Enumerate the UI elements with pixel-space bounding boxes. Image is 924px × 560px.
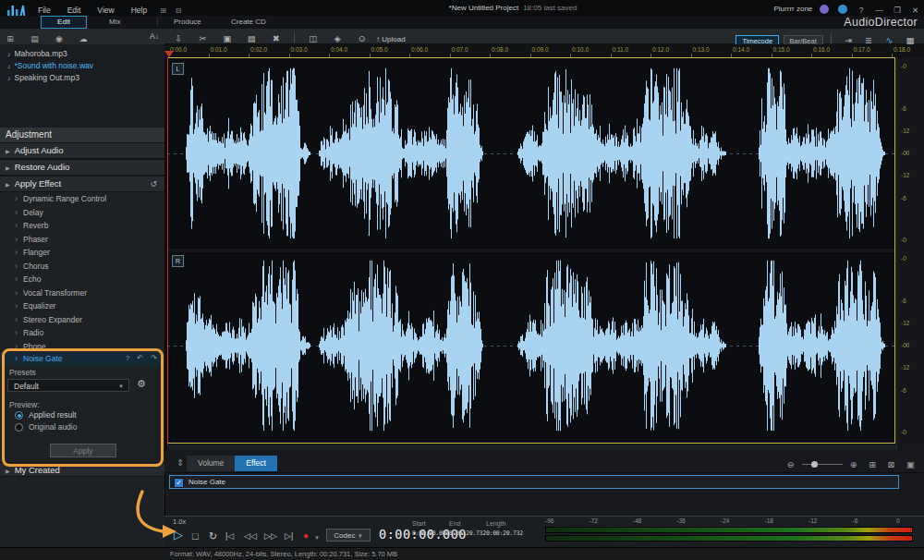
playhead-line[interactable]: [167, 57, 168, 450]
preview-label: Preview:: [9, 400, 40, 409]
radio-original-audio[interactable]: Original audio: [15, 422, 77, 432]
zoom-page-icon[interactable]: ▣: [906, 459, 915, 469]
section-restore-audio[interactable]: ▶Restore Audio: [0, 159, 164, 176]
divider: [294, 32, 295, 43]
codec-dropdown[interactable]: Codec ▼: [326, 529, 371, 542]
effect-item[interactable]: ›Radio: [0, 326, 164, 340]
radio-unselected-icon: [15, 423, 23, 432]
noise-gate-tools: ? ↶ ↷: [120, 352, 157, 365]
rewind-button[interactable]: ◁◁: [244, 529, 257, 543]
gear-icon[interactable]: ⚙: [137, 378, 146, 390]
ruler-tick-label: 0:18.0: [894, 46, 910, 53]
effect-item[interactable]: ›Phone: [0, 340, 164, 354]
tab-mix[interactable]: Mix: [109, 16, 120, 28]
effect-item[interactable]: ›Stereo Expander: [0, 313, 164, 327]
zoom-slider-knob[interactable]: [811, 461, 818, 468]
list-item[interactable]: ♪Speaking Out.mp3: [0, 72, 164, 84]
reset-icon[interactable]: ↺: [150, 177, 157, 191]
apply-button[interactable]: Apply: [50, 444, 116, 457]
avatar[interactable]: [820, 5, 829, 14]
list-item[interactable]: ♪Mahoroba.mp3: [0, 48, 164, 60]
screen-mode-icon[interactable]: ⊟: [171, 6, 187, 15]
checkbox-checked-icon[interactable]: ✓: [174, 478, 184, 488]
section-apply-effect[interactable]: ▶Apply Effect ↺: [0, 176, 164, 192]
db-scale: -0-6-12-00-12-6-0-0-6-12-00-12-6-0: [896, 57, 924, 450]
section-adjust-audio[interactable]: ▶Adjust Audio: [0, 142, 164, 159]
tab-volume[interactable]: Volume: [187, 456, 235, 471]
play-button[interactable]: ▷: [174, 528, 183, 542]
panel-splitter-icon[interactable]: ⇕: [176, 457, 184, 468]
fast-forward-button[interactable]: ▷▷: [264, 529, 277, 543]
ruler-tick-label: 0:17.0: [854, 46, 870, 53]
db-scale-label: -12: [901, 321, 909, 326]
effect-item[interactable]: ›Echo: [0, 273, 164, 286]
list-item-selected[interactable]: ♪*Sound with noise.wav: [0, 60, 164, 72]
chevron-icon: ›: [15, 328, 18, 337]
effect-item[interactable]: ›Equalizer: [0, 299, 164, 313]
tab-effect[interactable]: Effect: [235, 456, 277, 471]
chevron-icon: ›: [15, 354, 18, 363]
chevron-icon: ›: [15, 235, 18, 244]
playback-speed[interactable]: 1.0x: [173, 517, 186, 526]
chevron-down-icon: ▼: [118, 380, 124, 393]
effect-item-noise-gate-selected[interactable]: ›Noise Gate ? ↶ ↷: [0, 352, 164, 365]
zoom-fit-icon[interactable]: ⊞: [869, 459, 876, 469]
meter-scale-label: -96: [545, 517, 553, 524]
ruler-tick-label: 0:05.0: [371, 46, 388, 53]
bottom-panel-tabbar: ⇕ VolumeEffect ⊖⊕ ⊞ ⊠ ▣: [164, 452, 924, 473]
stop-button[interactable]: □: [192, 529, 199, 543]
playhead-marker-icon[interactable]: [164, 51, 174, 57]
go-to-end-button[interactable]: ▷|: [285, 529, 293, 543]
record-options-icon[interactable]: ▼: [314, 530, 320, 545]
audio-file-icon: ♪: [7, 75, 11, 81]
chevron-icon: ›: [15, 262, 18, 271]
upload-button[interactable]: ↑ Upload: [376, 35, 406, 43]
db-scale-label: -0: [901, 64, 906, 69]
level-meters: -96-72-48-36-24-18-12-60: [545, 517, 913, 546]
sort-icon[interactable]: A↓: [150, 29, 159, 44]
waveform-editor[interactable]: L R -0-6-12-00-12-6-0-0-6-12-00-12-6-0: [164, 57, 924, 450]
section-my-created[interactable]: ▶My Created: [0, 462, 164, 477]
effect-item[interactable]: ›Flanger: [0, 246, 164, 260]
meter-scale: -96-72-48-36-24-18-12-60: [545, 517, 913, 525]
effect-item[interactable]: ›Delay: [0, 206, 164, 220]
selection-start: Start0:00:00.000: [412, 520, 453, 537]
zoom-slider[interactable]: [802, 464, 843, 465]
account-icon[interactable]: [838, 5, 847, 14]
meter-scale-label: -24: [721, 517, 729, 524]
db-scale-label: -6: [901, 196, 906, 201]
meter-scale-label: -12: [808, 517, 817, 524]
ruler-tick-label: 0:11.0: [613, 46, 629, 53]
window-layout-icon[interactable]: ⊞: [155, 6, 171, 15]
radio-applied-result[interactable]: Applied result: [15, 410, 77, 420]
timeline-ruler[interactable]: 0:00.00:01.00:02.00:03.00:04.00:05.00:06…: [164, 44, 924, 58]
zoom-out-icon[interactable]: ⊖: [787, 459, 795, 469]
preset-dropdown[interactable]: Default ▼: [7, 379, 129, 392]
ruler-tick-label: 0:10.0: [572, 46, 589, 53]
divider: [831, 34, 832, 44]
undo-icon[interactable]: ↶: [137, 354, 143, 362]
zoom-in-icon[interactable]: ⊕: [850, 459, 857, 469]
effect-item[interactable]: ›Dynamic Range Control: [0, 192, 164, 206]
effect-row-label: Noise Gate: [188, 476, 225, 488]
record-button[interactable]: ●: [303, 529, 309, 543]
tab-create-cd[interactable]: Create CD: [231, 16, 266, 28]
loop-button[interactable]: ↻: [209, 529, 217, 543]
effect-item[interactable]: ›Vocal Transformer: [0, 286, 164, 300]
effect-item[interactable]: ›Phaser: [0, 233, 164, 247]
go-to-start-button[interactable]: |◁: [225, 529, 234, 543]
chevron-icon: ›: [15, 301, 18, 310]
tab-edit[interactable]: Edit: [41, 16, 87, 29]
effect-chain-row-noise-gate[interactable]: ✓ Noise Gate: [169, 475, 899, 489]
meter-scale-label: -72: [590, 517, 598, 524]
zoom-selection-icon[interactable]: ⊠: [888, 459, 895, 469]
effect-item[interactable]: ›Reverb: [0, 219, 164, 233]
ruler-tick-label: 0:14.0: [733, 46, 749, 53]
horizontal-scrollbar[interactable]: [167, 444, 896, 450]
waveform-canvas[interactable]: [167, 57, 895, 444]
effect-item[interactable]: ›Chorus: [0, 260, 164, 274]
tab-produce[interactable]: Produce: [174, 16, 201, 28]
user-name[interactable]: Plurrrr zone: [773, 5, 812, 13]
redo-icon[interactable]: ↷: [151, 354, 157, 362]
help-icon[interactable]: ?: [126, 354, 129, 362]
